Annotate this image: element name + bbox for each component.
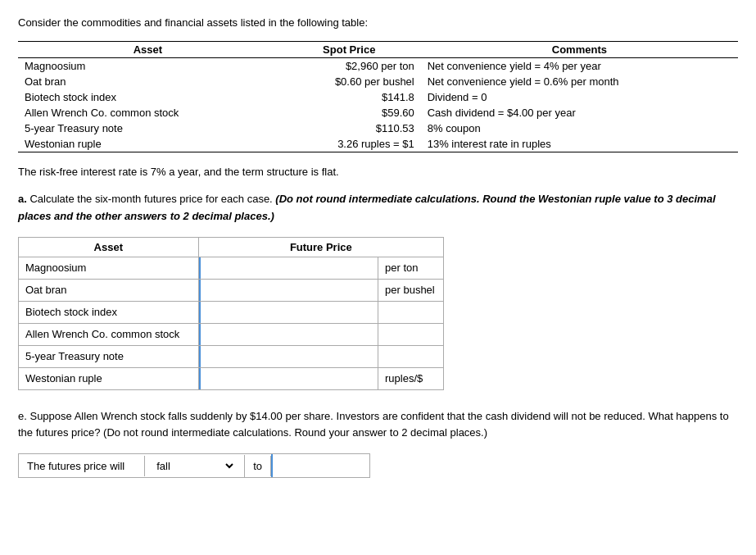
data-row-spot: $59.60 (278, 105, 421, 121)
future-row-input-cell[interactable] (198, 279, 378, 301)
future-row-input[interactable] (199, 257, 378, 279)
data-row-spot: $141.8 (278, 89, 421, 105)
future-table-row: Allen Wrench Co. common stock (19, 323, 444, 345)
question-a-label: a. (18, 193, 27, 205)
data-row-comments: Cash dividend = $4.00 per year (421, 105, 738, 121)
col-header-comments: Comments (421, 41, 738, 57)
data-row-asset: Allen Wrench Co. common stock (18, 105, 278, 121)
data-row-spot: $110.53 (278, 121, 421, 136)
data-row-comments: 8% coupon (421, 121, 738, 136)
future-row-input[interactable] (199, 280, 378, 301)
data-row-asset: Magnoosium (18, 57, 278, 74)
question-a: a. Calculate the six-month futures price… (18, 191, 738, 225)
data-table-row: Magnoosium $2,960 per ton Net convenienc… (18, 57, 738, 74)
future-row-unit: ruples/$ (378, 367, 444, 389)
future-row-asset: 5-year Treasury note (19, 345, 199, 367)
future-row-input-cell[interactable] (198, 323, 378, 345)
future-row-input-cell[interactable] (198, 301, 378, 323)
data-row-comments: Net convenience yield = 4% per year (421, 57, 738, 74)
data-table-row: Westonian ruple 3.26 ruples = $1 13% int… (18, 136, 738, 152)
future-row-input-cell[interactable] (198, 367, 378, 389)
question-e-label: e. (18, 410, 27, 422)
future-row-asset: Westonian ruple (19, 367, 199, 389)
question-e: e. Suppose Allen Wrench stock falls sudd… (18, 408, 738, 443)
future-row-input-cell[interactable] (198, 257, 378, 279)
future-table-row: 5-year Treasury note (19, 345, 444, 367)
future-row-input[interactable] (199, 302, 378, 323)
futures-value-input[interactable] (271, 454, 369, 477)
future-table-row: Magnoosium per ton (19, 257, 444, 279)
data-table-row: Allen Wrench Co. common stock $59.60 Cas… (18, 105, 738, 121)
futures-price-label: The futures price will (19, 456, 145, 476)
data-row-comments: 13% interest rate in ruples (421, 136, 738, 152)
future-row-input[interactable] (199, 324, 378, 345)
data-row-comments: Dividend = 0 (421, 89, 738, 105)
data-table-row: 5-year Treasury note $110.53 8% coupon (18, 121, 738, 136)
data-row-asset: 5-year Treasury note (18, 121, 278, 136)
data-row-comments: Net convenience yield = 0.6% per month (421, 74, 738, 89)
question-e-instruction: (Do not round intermediate calculations.… (103, 426, 487, 439)
data-row-asset: Westonian ruple (18, 136, 278, 152)
future-table-row: Biotech stock index (19, 301, 444, 323)
future-row-unit (378, 345, 444, 367)
future-row-unit: per ton (378, 257, 444, 279)
future-row-unit (378, 301, 444, 323)
future-col-header-price: Future Price (198, 237, 443, 257)
futures-direction-cell[interactable]: fallrisestay the same (145, 455, 245, 477)
bottom-row: The futures price will fallrisestay the … (18, 453, 370, 478)
data-table-row: Oat bran $0.60 per bushel Net convenienc… (18, 74, 738, 89)
col-header-asset: Asset (18, 41, 278, 57)
data-row-asset: Oat bran (18, 74, 278, 89)
col-header-spot: Spot Price (278, 41, 421, 57)
data-table: Asset Spot Price Comments Magnoosium $2,… (18, 41, 738, 152)
futures-direction-select[interactable]: fallrisestay the same (153, 459, 236, 473)
future-row-asset: Biotech stock index (19, 301, 199, 323)
data-row-spot: 3.26 ruples = $1 (278, 136, 421, 152)
future-row-input[interactable] (199, 368, 378, 389)
question-a-text: Calculate the six-month futures price fo… (29, 193, 275, 205)
future-price-table: Asset Future Price Magnoosium per ton Oa… (18, 237, 444, 390)
risk-free-text: The risk-free interest rate is 7% a year… (18, 164, 738, 180)
intro-text: Consider the commodities and financial a… (18, 15, 738, 31)
data-row-asset: Biotech stock index (18, 89, 278, 105)
future-table-row: Westonian ruple ruples/$ (19, 367, 444, 389)
future-row-asset: Allen Wrench Co. common stock (19, 323, 199, 345)
data-row-spot: $0.60 per bushel (278, 74, 421, 89)
data-row-spot: $2,960 per ton (278, 57, 421, 74)
future-row-input-cell[interactable] (198, 345, 378, 367)
future-row-input[interactable] (199, 346, 378, 367)
future-col-header-asset: Asset (19, 237, 199, 257)
data-table-row: Biotech stock index $141.8 Dividend = 0 (18, 89, 738, 105)
future-row-asset: Magnoosium (19, 257, 199, 279)
future-row-unit (378, 323, 444, 345)
future-row-asset: Oat bran (19, 279, 199, 301)
future-table-row: Oat bran per bushel (19, 279, 444, 301)
future-row-unit: per bushel (378, 279, 444, 301)
to-connector: to (245, 456, 271, 476)
futures-value-cell[interactable] (271, 454, 369, 477)
